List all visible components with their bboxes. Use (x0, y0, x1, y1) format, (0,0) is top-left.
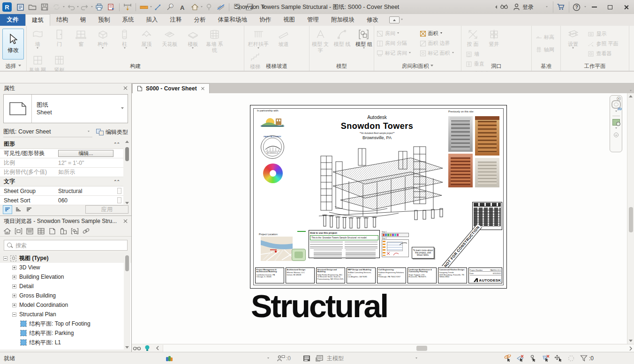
area-button[interactable]: 面积 (417, 29, 461, 38)
expand-icon[interactable] (12, 303, 16, 307)
wall-button[interactable]: 墙 (28, 27, 47, 50)
select-pinned-icon[interactable] (529, 355, 537, 362)
opening-by-face-button[interactable]: 按 面 (463, 27, 482, 47)
ribbon-display-toggle[interactable] (389, 14, 403, 26)
tab-view[interactable]: 视图 (277, 14, 301, 26)
type-selector-caret[interactable] (121, 107, 124, 111)
close-hidden-windows-icon[interactable] (106, 1, 117, 13)
collapse-icon[interactable] (12, 312, 16, 317)
instance-selector[interactable]: 图纸: Cover Sheet (3, 127, 92, 137)
apply-button[interactable]: 应用 (85, 205, 128, 214)
redo-caret[interactable] (91, 6, 93, 8)
room-separator-button[interactable]: 房间 分隔 (374, 38, 417, 48)
properties-scrollbar[interactable] (124, 140, 130, 205)
expand-icon[interactable] (12, 284, 16, 289)
text-icon[interactable]: A (177, 1, 188, 13)
search-box[interactable] (4, 240, 128, 251)
wheel-caret[interactable] (615, 111, 617, 113)
revit-logo[interactable]: R (2, 2, 12, 12)
railing-button[interactable]: 栏杆扶手 (245, 27, 272, 50)
ceiling-button[interactable]: 天花板 (158, 27, 181, 47)
associate-param-box[interactable] (117, 188, 121, 194)
tab-analyze[interactable]: 分析 (188, 14, 212, 26)
shaft-opening-button[interactable]: 竖井 (484, 27, 504, 47)
zoom-caret[interactable] (615, 127, 617, 130)
tab-manage[interactable]: 管理 (301, 14, 325, 26)
sync-icon[interactable] (51, 1, 62, 13)
close-button[interactable] (618, 0, 634, 14)
browser-schedules-icon[interactable] (26, 228, 34, 235)
undo-caret[interactable] (77, 6, 79, 8)
sheet-group-value[interactable]: Structural (57, 188, 117, 194)
show-workplane-button[interactable]: 显示 (585, 29, 618, 39)
redo-icon[interactable] (79, 1, 91, 13)
grid-button[interactable]: 轴网 (533, 45, 560, 55)
tree-item-plan-top-of-footing[interactable]: 结构平面: Top of Footing (0, 319, 131, 328)
align-icon[interactable] (152, 1, 164, 13)
login-caret[interactable] (546, 6, 548, 8)
view-caret[interactable] (201, 6, 203, 8)
open-icon[interactable] (27, 1, 38, 13)
select-by-face-icon[interactable] (542, 355, 550, 362)
select-links-icon[interactable] (504, 355, 512, 362)
model-text-button[interactable]: 模型 文字 (310, 27, 330, 53)
tab-insert[interactable]: 插入 (140, 14, 164, 26)
component-button[interactable]: 构件 (93, 27, 113, 50)
measure-caret[interactable] (150, 6, 152, 8)
sort-default-button[interactable] (3, 205, 12, 214)
scroll-left-icon[interactable] (152, 344, 163, 352)
worksharing-icon[interactable] (165, 352, 173, 364)
tab-structure[interactable]: 结构 (50, 14, 74, 26)
sheet-sort-value[interactable]: 060 (57, 197, 117, 204)
visibility-edit-button[interactable]: 编辑... (57, 150, 123, 157)
model-line-button[interactable]: 模型 线 (332, 27, 352, 47)
navbar-minimize-icon[interactable] (614, 133, 619, 137)
design-options-icon[interactable] (315, 352, 324, 364)
active-design-option[interactable]: 主模型 (327, 352, 344, 364)
tab-addins[interactable]: 附加模块 (325, 14, 361, 26)
tree-item-plan-l1[interactable]: 结构平面: L1 (0, 338, 131, 347)
tab-massing-site[interactable]: 体量和场地 (212, 14, 254, 26)
user-icon[interactable] (511, 1, 522, 13)
browser-families-icon[interactable] (60, 228, 68, 235)
door-button[interactable]: 门 (49, 27, 69, 47)
search-collapse-icon[interactable] (494, 5, 498, 9)
set-workplane-button[interactable]: 设置 (563, 27, 583, 50)
sync-caret[interactable] (63, 6, 65, 8)
background-processes-icon[interactable] (567, 355, 575, 362)
tag-room-button[interactable]: 标记 房间 (374, 48, 417, 58)
column-button[interactable]: 柱 (115, 27, 135, 50)
tab-steel[interactable]: 钢 (74, 14, 92, 26)
roof-button[interactable]: 屋顶 (136, 27, 156, 50)
save-icon[interactable] (39, 1, 50, 13)
ramp-button[interactable]: 坡道 (273, 27, 293, 47)
browser-close-icon[interactable] (123, 219, 128, 223)
sheet-view[interactable]: In partnership with: FAYETTE COUNTY (132, 93, 627, 344)
drag-on-selection-icon[interactable] (554, 355, 563, 362)
tab-architecture[interactable]: 建筑 (25, 14, 50, 26)
reveal-hidden-icon[interactable] (142, 344, 152, 352)
edit-type-button[interactable]: 编辑类型 (92, 128, 128, 136)
sort-ascending-button[interactable] (14, 205, 23, 214)
tab-systems[interactable]: 系统 (116, 14, 140, 26)
area-boundary-button[interactable]: 面积 边界 (417, 38, 461, 48)
expand-icon[interactable] (12, 275, 16, 279)
default-3d-view-icon[interactable] (189, 1, 200, 13)
type-selector[interactable]: 图纸Sheet (3, 94, 128, 123)
tab-file[interactable]: 文件 (0, 14, 25, 26)
tree-item-gross-building[interactable]: Gross Building (0, 291, 131, 300)
room-button[interactable]: 房间 (374, 29, 417, 38)
properties-close-icon[interactable] (123, 86, 128, 90)
section-graphics[interactable]: 图形⌃⌃ (0, 140, 123, 149)
wall-opening-button[interactable]: 墙 (463, 49, 490, 59)
search-icon[interactable] (498, 1, 510, 13)
cover-sheet[interactable]: In partnership with: FAYETTE COUNTY (250, 105, 507, 289)
tag-icon[interactable]: 1 (165, 1, 176, 13)
tree-item-detail[interactable]: Detail (0, 282, 131, 291)
undo-icon[interactable] (65, 1, 76, 13)
sort-descending-button[interactable] (24, 205, 34, 214)
associate-param-box[interactable] (117, 197, 121, 203)
browser-panel-schedules-icon[interactable] (37, 228, 45, 235)
tree-item-plan-parking[interactable]: 结构平面: Parking (0, 328, 131, 338)
worksharing-caret[interactable] (267, 352, 269, 364)
